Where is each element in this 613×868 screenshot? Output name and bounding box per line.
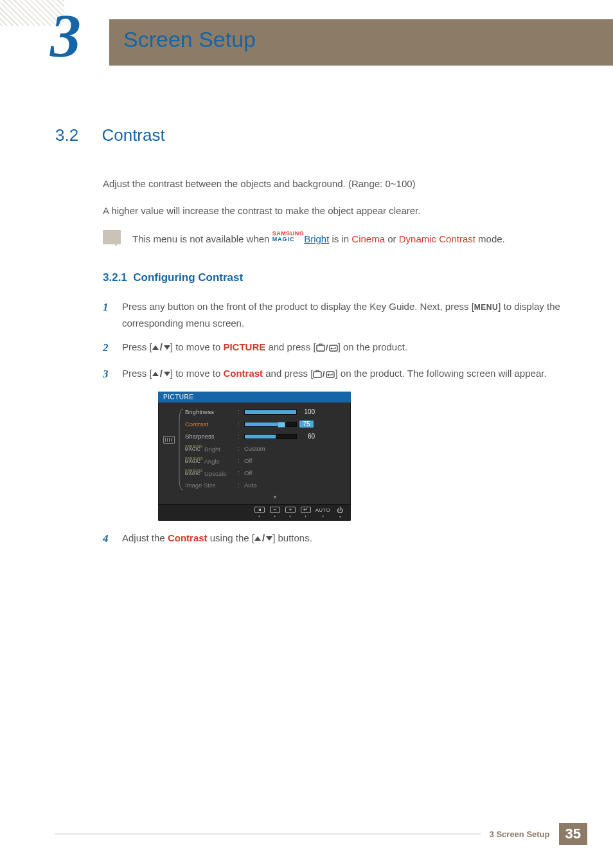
- picture-word: PICTURE: [223, 341, 265, 352]
- subsection-heading: 3.2.1 Configuring Contrast: [103, 271, 562, 284]
- osd-auto-button: AUTO▾: [315, 507, 330, 518]
- osd-footer: ◂▾ −▾ +▾ ↵▾ AUTO▾ ⏻▾: [158, 504, 351, 521]
- step-1: 1 Press any button on the front of the p…: [103, 298, 562, 331]
- osd-row-contrast: Contrast : 75: [185, 420, 346, 429]
- osd-back-button: ◂▾: [254, 507, 265, 518]
- chapter-number: 3: [50, 5, 81, 67]
- up-down-icon: /: [254, 532, 272, 543]
- note-text: This menu is not available when SAMSUNGM…: [132, 231, 505, 244]
- note-icon: [103, 230, 121, 244]
- footer-page-number: 35: [559, 823, 587, 845]
- osd-row-magic-upscale: SAMSUNGMAGIC Upscale : Off: [185, 469, 346, 478]
- steps: 1 Press any button on the front of the p…: [103, 298, 562, 384]
- osd-row-sharpness: Sharpness : 60: [185, 432, 346, 441]
- osd-row-brightness: Brightness : 100: [185, 408, 346, 417]
- osd-screenshot: PICTURE Brightness : 100: [158, 392, 562, 521]
- svg-marker-7: [327, 374, 329, 376]
- osd-row-magic-angle: SAMSUNGMAGIC Angle : Off: [185, 457, 346, 466]
- page-footer: 3 Screen Setup 35: [55, 823, 587, 845]
- contrast-word-2: Contrast: [168, 532, 208, 543]
- svg-rect-0: [317, 345, 324, 351]
- osd-monitor-icon: [161, 408, 177, 500]
- osd-minus-button: −▾: [269, 507, 281, 518]
- intro-p2: A higher value will increase the contras…: [103, 203, 562, 219]
- osd-row-magic-bright: SAMSUNGMAGIC Bright : Custom: [185, 444, 346, 453]
- osd-power-button: ⏻▾: [334, 507, 346, 519]
- osd-bracket: [179, 408, 184, 500]
- section-number: 3.2: [55, 125, 99, 145]
- step-num-4: 4: [103, 530, 113, 548]
- step-num-3: 3: [103, 365, 113, 384]
- svg-text:/: /: [326, 343, 328, 352]
- svg-text:/: /: [323, 370, 325, 379]
- step-num-1: 1: [103, 298, 113, 331]
- intro-paragraphs: Adjust the contrast between the objects …: [103, 176, 562, 219]
- contrast-word: Contrast: [223, 368, 263, 379]
- step-num-2: 2: [103, 339, 113, 357]
- menu-button-label: MENU: [474, 303, 498, 312]
- cinema-word: Cinema: [351, 233, 385, 244]
- osd-row-image-size: Image Size : Auto: [185, 481, 346, 490]
- bright-link[interactable]: Bright: [304, 233, 329, 244]
- intro-p1: Adjust the contrast between the objects …: [103, 176, 562, 192]
- svg-marker-3: [330, 347, 332, 350]
- samsung-magic-logo: SAMSUNGMAGIC: [272, 231, 305, 242]
- steps-cont: 4 Adjust the Contrast using the [/] butt…: [103, 530, 562, 548]
- step-3: 3 Press [/] to move to Contrast and pres…: [103, 365, 562, 384]
- step-4: 4 Adjust the Contrast using the [/] butt…: [103, 530, 562, 548]
- osd-plus-button: +▾: [285, 507, 296, 518]
- source-enter-icon: /: [316, 341, 338, 357]
- note-row: This menu is not available when SAMSUNGM…: [103, 230, 562, 244]
- section-heading: 3.2 Contrast: [55, 125, 562, 145]
- up-down-icon: /: [152, 341, 170, 352]
- osd-title: PICTURE: [158, 392, 351, 402]
- dynamic-contrast-word: Dynamic Contrast: [399, 233, 475, 244]
- chapter-title: Screen Setup: [123, 27, 256, 52]
- osd-enter-button: ↵▾: [300, 507, 312, 518]
- source-enter-icon: /: [313, 367, 335, 384]
- step-2: 2 Press [/] to move to PICTURE and press…: [103, 339, 562, 357]
- up-down-icon: /: [152, 368, 170, 379]
- section-title: Contrast: [102, 125, 164, 145]
- svg-rect-4: [314, 372, 321, 377]
- footer-chapter-label: 3 Screen Setup: [490, 829, 550, 839]
- footer-rule: [55, 833, 481, 835]
- osd-more-arrow: ▼: [204, 494, 346, 500]
